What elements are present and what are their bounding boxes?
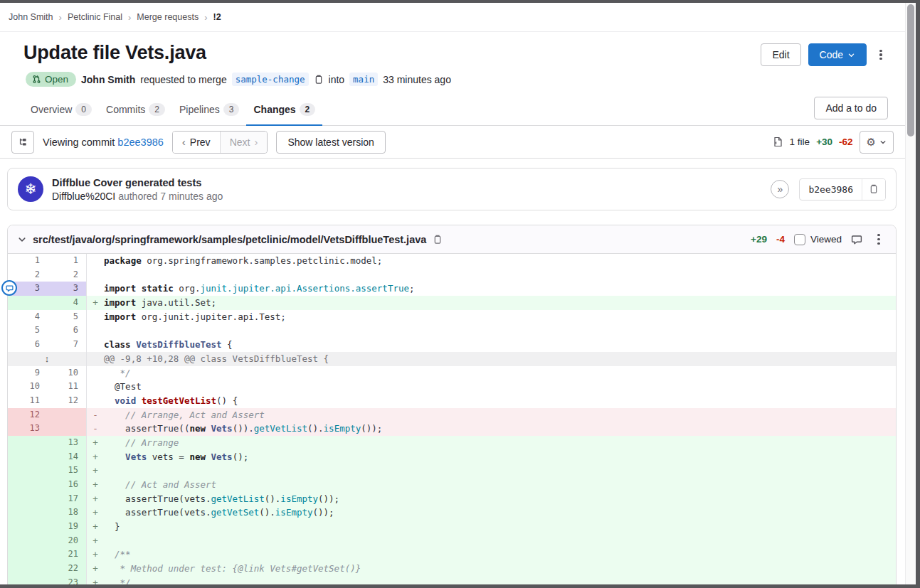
avatar[interactable]: ❄ [18, 176, 43, 202]
new-line-number[interactable] [48, 422, 86, 436]
code-line: + */ [86, 576, 896, 584]
new-line-number[interactable]: 18 [48, 506, 86, 520]
old-line-number[interactable]: 9 [8, 366, 48, 380]
old-line-number[interactable] [8, 296, 48, 310]
page-scrollbar[interactable] [905, 3, 916, 584]
prev-commit-button[interactable]: ‹ Prev [173, 132, 220, 153]
breadcrumb-project[interactable]: Petclinic Final [68, 12, 122, 22]
file-options-kebab-menu[interactable] [872, 228, 886, 251]
target-branch-link[interactable]: main [349, 73, 378, 86]
show-latest-version-button[interactable]: Show latest version [276, 131, 385, 154]
mr-header: Update file Vets.java Edit Code Open Joh… [0, 32, 905, 88]
new-line-number[interactable]: 20 [48, 534, 86, 548]
code-dropdown-button[interactable]: Code [808, 43, 867, 66]
commit-nav-bar: Viewing commit b2ee3986 ‹ Prev Next › Sh… [0, 126, 905, 159]
new-line-number[interactable]: 16 [48, 478, 86, 492]
copy-branch-button[interactable] [314, 75, 324, 85]
tab-changes[interactable]: Changes 2 [246, 92, 322, 125]
old-line-number[interactable]: 1 [8, 254, 48, 268]
next-label: Next [230, 137, 250, 148]
old-line-number[interactable]: 13 [8, 422, 48, 436]
old-line-number[interactable]: 11 [8, 394, 48, 408]
file-document-icon [773, 137, 783, 147]
code-line: - assertTrue((new Vets()).getVetList().i… [86, 422, 896, 436]
old-line-number[interactable] [8, 562, 48, 576]
file-tree-toggle-button[interactable] [11, 131, 34, 154]
new-line-number[interactable]: 11 [48, 380, 86, 394]
collapse-file-button[interactable] [18, 235, 26, 244]
mr-options-kebab-menu[interactable] [874, 43, 888, 66]
breadcrumb-group[interactable]: John Smith [9, 12, 53, 22]
clipboard-icon [314, 75, 324, 85]
commit-prev-next-group: ‹ Prev Next › [172, 131, 268, 154]
old-line-number[interactable] [8, 534, 48, 548]
tab-commits[interactable]: Commits 2 [99, 92, 172, 125]
file-comment-button[interactable] [851, 234, 862, 245]
breadcrumb-mr-id[interactable]: !2 [213, 12, 221, 22]
add-todo-button[interactable]: Add a to do [814, 97, 888, 119]
new-line-number[interactable]: 22 [48, 562, 86, 576]
copy-file-path-button[interactable] [433, 235, 443, 245]
copy-commit-sha-button[interactable] [862, 179, 885, 200]
new-line-number[interactable]: 3 [48, 282, 86, 296]
code-line: + /** [86, 547, 896, 562]
code-line: void testGetVetList() { [86, 394, 896, 408]
tab-overview[interactable]: Overview 0 [23, 92, 99, 125]
expand-commit-description-button[interactable]: » [771, 180, 789, 198]
old-line-number[interactable] [8, 506, 48, 520]
new-line-number[interactable]: 4 [48, 296, 86, 310]
new-line-number[interactable]: 7 [48, 338, 86, 352]
old-line-number[interactable]: 10 [8, 380, 48, 394]
new-line-number[interactable]: 10 [48, 366, 86, 380]
old-line-number[interactable]: 2 [8, 268, 48, 282]
new-line-number[interactable]: 14 [48, 450, 86, 464]
old-line-number[interactable]: 5 [8, 324, 48, 338]
expand-lines-button[interactable]: ↕ [8, 352, 86, 366]
edit-button[interactable]: Edit [761, 43, 800, 66]
new-line-number[interactable]: 5 [48, 310, 86, 324]
new-line-number[interactable]: 23 [48, 576, 86, 584]
diff-settings-button[interactable]: ⚙ [860, 131, 894, 154]
old-line-number[interactable]: 4 [8, 310, 48, 324]
old-line-number[interactable] [8, 520, 48, 534]
commit-title[interactable]: Diffblue Cover generated tests [52, 177, 771, 188]
new-line-number[interactable]: 19 [48, 520, 86, 534]
old-line-number[interactable] [8, 464, 48, 478]
new-line-number[interactable]: 1 [48, 254, 86, 268]
old-line-number[interactable]: 12 [8, 408, 48, 422]
new-line-number[interactable]: 13 [48, 436, 86, 450]
diff-row: 910 */ [8, 366, 896, 380]
tab-count-badge: 3 [223, 103, 240, 116]
status-badge: Open [26, 72, 76, 87]
new-line-number[interactable]: 2 [48, 268, 86, 282]
old-line-number[interactable] [8, 492, 48, 506]
viewed-label: Viewed [810, 234, 842, 245]
old-line-number[interactable] [8, 478, 48, 492]
file-path[interactable]: src/test/java/org/springframework/sample… [33, 234, 426, 245]
new-line-number[interactable]: 12 [48, 394, 86, 408]
old-line-number[interactable] [8, 547, 48, 562]
new-line-number[interactable]: 15 [48, 464, 86, 478]
new-line-number[interactable]: 6 [48, 324, 86, 338]
new-line-number[interactable] [48, 408, 86, 422]
old-line-number[interactable]: 6 [8, 338, 48, 352]
clipboard-icon [869, 184, 879, 194]
new-line-number[interactable]: 21 [48, 547, 86, 562]
viewed-checkbox[interactable] [794, 234, 805, 245]
breadcrumb-merge-requests[interactable]: Merge requests [137, 12, 199, 22]
prev-label: Prev [190, 137, 211, 148]
chevron-left-icon: ‹ [182, 136, 186, 148]
old-line-number[interactable] [8, 576, 48, 584]
commit-author[interactable]: Diffblue%20CI [52, 191, 115, 202]
diff-marker: + [87, 492, 104, 506]
old-line-number[interactable] [8, 436, 48, 450]
new-line-number[interactable]: 17 [48, 492, 86, 506]
tab-pipelines[interactable]: Pipelines 3 [172, 92, 247, 125]
scrollbar-thumb[interactable] [907, 4, 914, 137]
source-branch-link[interactable]: sample-change [232, 73, 309, 86]
diff-row: 17+ assertTrue(vets.getVetList().isEmpty… [8, 492, 896, 506]
mr-author[interactable]: John Smith [81, 74, 135, 85]
commit-sha-link[interactable]: b2ee3986 [117, 137, 164, 148]
next-commit-button[interactable]: Next › [220, 132, 268, 153]
old-line-number[interactable] [8, 450, 48, 464]
